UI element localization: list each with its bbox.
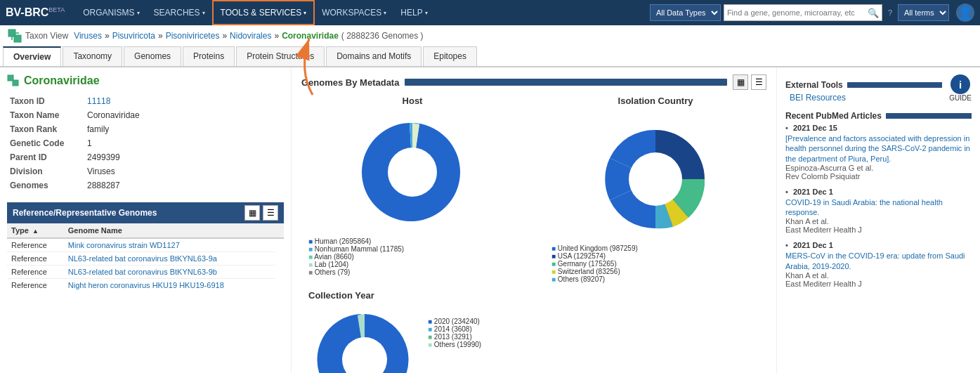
svg-rect-5 [13,80,18,86]
pubmed-title: Recent PubMed Articles [785,111,972,121]
breadcrumb-pisoniviricetes[interactable]: Pisoniviricetes [166,31,220,41]
chevron-down-icon: ▾ [202,10,205,16]
pubmed-journal-2: East Mediterr Health J [785,225,862,234]
genome-link[interactable]: Mink coronavirus strain WD1127 [68,241,180,249]
value-genomes: 2888287 [84,178,284,192]
genome-link[interactable]: Night heron coronavirus HKU19 HKU19-6918 [68,281,224,289]
search-type-select[interactable]: All Data Types [650,4,721,21]
tab-taxonomy[interactable]: Taxonomy [63,46,122,66]
pubmed-bar [886,113,972,119]
search-help-icon[interactable]: ? [888,8,892,17]
brand-logo[interactable]: BV-BRCBETA [6,6,65,19]
pubmed-date-2: • 2021 Dec 1 [785,188,972,196]
tab-domains-motifs[interactable]: Domains and Motifs [326,46,422,66]
value-parent-id: 2499399 [84,150,284,164]
search-input[interactable] [727,8,868,17]
top-navigation: BV-BRCBETA ORGANISMS ▾ SEARCHES ▾ TOOLS … [0,0,980,25]
label-taxon-rank: Taxon Rank [7,122,84,136]
genome-link[interactable]: NL63-related bat coronavirus BtKYNL63-9b [68,268,217,276]
label-genetic-code: Genetic Code [7,136,84,150]
guide-label: GUIDE [949,94,972,102]
pubmed-article-3: • 2021 Dec 1 MERS-CoV in the COVID-19 er… [785,241,972,288]
table-row: Genetic Code 1 [7,136,284,150]
nav-searches[interactable]: SEARCHES ▾ [147,0,212,25]
external-tools-bar [847,82,943,88]
pubmed-link-3[interactable]: MERS-CoV in the COVID-19 era: update fro… [785,251,965,270]
left-panel: Coronaviridae Taxon ID 11118 Taxon Name … [0,67,292,373]
tabs-bar: Overview Taxonomy Genomes Proteins Prote… [0,46,980,67]
label-taxon-name: Taxon Name [7,108,84,122]
cell-type: Reference [7,238,64,252]
tab-proteins[interactable]: Proteins [183,46,235,66]
taxon-id-link[interactable]: 11118 [87,96,110,106]
breadcrumb-pisuviricota[interactable]: Pisuviricota [112,31,155,41]
tab-epitopes[interactable]: Epitopes [423,46,477,66]
table-row: Reference NL63-related bat coronavirus B… [7,252,284,266]
nav-help[interactable]: HELP ▾ [393,0,434,25]
list-view-toggle[interactable]: ☰ [751,74,766,90]
table-row: Reference Mink coronavirus strain WD1127 [7,238,284,252]
pubmed-authors-3: Khan A et al. [785,271,829,280]
pubmed-link-2[interactable]: COVID-19 in Saudi Arabia: the national h… [785,198,943,216]
collection-year-chart-wrap: ■ 2020 (234240) ■ 2014 (3608) ■ 2013 (32… [308,303,766,373]
nav-tools-services[interactable]: TOOLS & SERVICES ▾ [212,0,315,25]
chevron-down-icon: ▾ [425,10,428,16]
svg-point-7 [629,152,682,206]
table-row: Taxon ID 11118 [7,94,284,108]
external-tools-title: External Tools [785,80,942,90]
svg-rect-1 [14,35,21,42]
col-genome-name[interactable]: Genome Name [64,223,275,238]
all-terms-select[interactable]: All terms [898,4,949,21]
nav-workspaces[interactable]: WORKSPACES ▾ [315,0,393,25]
table-row: Reference NL63-related bat coronavirus B… [7,266,284,279]
breadcrumb-viruses[interactable]: Viruses [74,31,102,41]
collection-year-title: Collection Year [308,290,766,301]
taxon-view-label: Taxon View [25,31,68,41]
isolation-donut-chart [575,109,736,249]
pubmed-authors-1: Espinoza-Ascurra G et al. [785,164,873,172]
guide-icon: i [950,74,970,94]
center-panel: Genomes By Metadata ▦ ☰ Host [292,67,776,373]
tab-overview[interactable]: Overview [3,46,61,66]
value-taxon-rank: family [84,122,284,136]
tab-genomes[interactable]: Genomes [124,46,181,66]
bei-resources-link[interactable]: BEI Resources [790,93,846,103]
external-tools-content: BEI Resources [788,93,972,103]
table-row: Taxon Rank family [7,122,284,136]
chart-view-toggle[interactable]: ▦ [733,74,748,90]
table-row: Reference Night heron coronavirus HKU19 … [7,279,284,292]
guide-button[interactable]: i GUIDE [949,74,972,102]
host-chart: Host ■ Human (2695864) [301,96,523,276]
nav-organisms[interactable]: ORGANISMS ▾ [76,0,146,25]
genome-link[interactable]: NL63-related bat coronavirus BtKYNL63-9a [68,254,217,263]
value-division: Viruses [84,164,284,178]
genome-count: ( 2888236 Genomes ) [341,31,424,41]
table-row: Division Viruses [7,164,284,178]
scroll-placeholder [275,223,284,238]
host-chart-title: Host [301,96,523,106]
ref-genomes-label: Reference/Representative Genomes [13,208,157,218]
chart-view-button[interactable]: ▦ [244,205,260,221]
view-icons: ▦ ☰ [244,205,278,221]
pubmed-link-1[interactable]: [Prevalence and factors associated with … [785,134,970,163]
pubmed-authors-2: Khan A et al. [785,217,829,225]
col-type[interactable]: Type ▲ [7,223,64,238]
label-division: Division [7,164,84,178]
search-button[interactable]: 🔍 [868,8,879,18]
charts-row: Host ■ Human (2695864) [301,96,766,283]
taxon-small-icon [7,74,20,87]
breadcrumb-nidovirales[interactable]: Nidovirales [230,31,271,41]
taxon-icon [7,28,22,44]
list-view-button[interactable]: ☰ [263,205,278,221]
value-taxon-name: Coronaviridae [84,108,284,122]
search-area: All Data Types 🔍 ? All terms 👤 [650,4,974,22]
search-input-wrap: 🔍 [724,4,882,21]
chevron-down-icon: ▾ [137,10,140,16]
table-row: Parent ID 2499399 [7,150,284,164]
breadcrumb: Taxon View Viruses » Pisuviricota » Piso… [0,25,980,46]
user-avatar[interactable]: 👤 [956,4,974,22]
ref-genomes-section-header: Reference/Representative Genomes ▦ ☰ [7,202,284,223]
tab-protein-structures[interactable]: Protein Structures [236,46,325,66]
pubmed-journal-3: East Mediterr Health J [785,280,862,288]
ref-genomes-table: Type ▲ Genome Name Reference Mink corona… [7,223,284,292]
